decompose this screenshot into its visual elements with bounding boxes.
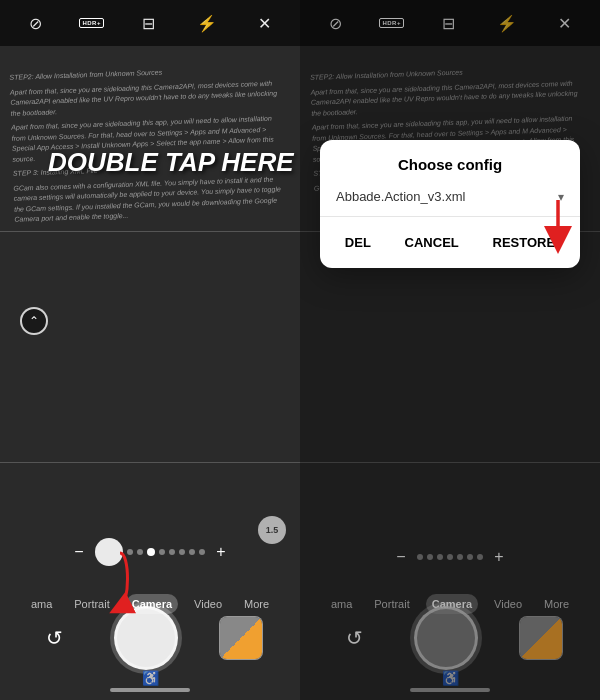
hdr-plus-icon[interactable]: HDR+ — [79, 18, 104, 28]
home-indicator — [110, 688, 190, 692]
zoom-dot-4 — [159, 549, 165, 555]
gallery-thumbnail[interactable] — [219, 616, 263, 660]
accessibility-icon: ♿ — [142, 670, 159, 686]
del-button[interactable]: DEL — [329, 227, 387, 258]
timer-off-icon[interactable]: ⊘ — [21, 14, 49, 33]
flash-off-icon[interactable]: ✕ — [251, 14, 279, 33]
cancel-button[interactable]: CANCEL — [389, 227, 475, 258]
thumbnail-image — [220, 617, 262, 659]
zoom-dot-8 — [199, 549, 205, 555]
zoom-dot-7 — [189, 549, 195, 555]
image-off-icon[interactable]: ⊟ — [134, 14, 162, 33]
bottom-controls: ↺ — [0, 606, 300, 670]
zoom-dots — [95, 538, 205, 566]
flip-icon: ↺ — [46, 626, 63, 650]
version-badge: 1.5 — [258, 516, 286, 544]
top-toolbar: ⊘ HDR+ ⊟ ⚡ ✕ — [0, 0, 300, 46]
zoom-dot-2 — [137, 549, 143, 555]
left-panel: STEP2: Allow Installation from Unknown S… — [0, 0, 300, 700]
dropdown-value: Abbade.Action_v3.xml — [336, 189, 465, 204]
modal-dropdown-row[interactable]: Abbade.Action_v3.xml ▾ — [320, 181, 580, 217]
chevron-up-btn[interactable]: ⌃ — [20, 307, 48, 335]
zoom-dot-3 — [147, 548, 155, 556]
chevron-up-icon: ⌃ — [29, 314, 39, 328]
right-panel: STEP2: Allow Installation from Unknown S… — [300, 0, 600, 700]
zoom-dot-1 — [127, 549, 133, 555]
dropdown-chevron-icon[interactable]: ▾ — [558, 190, 564, 204]
zoom-plus-btn[interactable]: + — [211, 543, 231, 561]
zoom-dot-5 — [169, 549, 175, 555]
shutter-button[interactable] — [114, 606, 178, 670]
zoom-dot-6 — [179, 549, 185, 555]
zoom-row: − + — [0, 538, 300, 566]
restore-button[interactable]: RESTORE — [477, 227, 572, 258]
zoom-minus-btn[interactable]: − — [69, 543, 89, 561]
double-tap-label: DOUBLE TAP HERE — [48, 148, 294, 177]
modal-title: Choose config — [320, 140, 580, 181]
zoom-slider[interactable] — [95, 538, 123, 566]
choose-config-modal: Choose config Abbade.Action_v3.xml ▾ DEL… — [320, 140, 580, 268]
flip-camera-btn[interactable]: ↺ — [37, 620, 73, 656]
modal-actions: DEL CANCEL RESTORE — [320, 217, 580, 268]
flash-icon[interactable]: ⚡ — [193, 14, 221, 33]
modal-backdrop[interactable] — [300, 0, 600, 700]
